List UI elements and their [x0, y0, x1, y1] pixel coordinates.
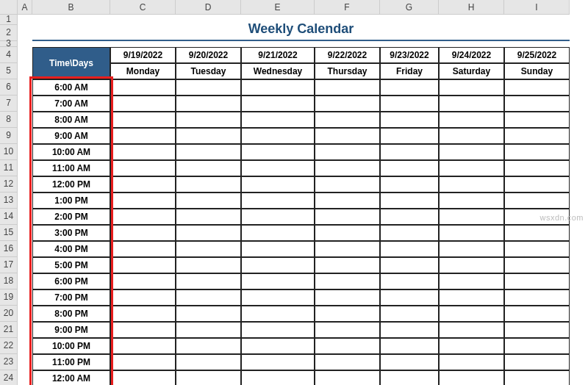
calendar-cell[interactable]: [241, 176, 315, 192]
time-label-13[interactable]: 7:00 PM: [32, 289, 110, 306]
time-label-7[interactable]: 1:00 PM: [32, 192, 110, 209]
calendar-cell[interactable]: [439, 354, 504, 370]
calendar-cell[interactable]: [504, 241, 570, 257]
col-header-C[interactable]: C: [110, 0, 176, 15]
calendar-cell[interactable]: [176, 322, 241, 338]
time-label-5[interactable]: 11:00 AM: [32, 160, 110, 176]
calendar-cell[interactable]: [380, 354, 439, 370]
calendar-cell[interactable]: [241, 257, 315, 273]
calendar-cell[interactable]: [315, 209, 380, 225]
calendar-cell[interactable]: [315, 338, 380, 354]
calendar-cell[interactable]: [110, 289, 176, 306]
calendar-cell[interactable]: [176, 96, 241, 112]
calendar-cell[interactable]: [315, 306, 380, 322]
row-header-3[interactable]: 3: [0, 41, 18, 47]
calendar-cell[interactable]: [241, 112, 315, 128]
calendar-cell[interactable]: [176, 144, 241, 160]
calendar-cell[interactable]: [176, 160, 241, 176]
calendar-cell[interactable]: [504, 96, 570, 112]
calendar-cell[interactable]: [380, 176, 439, 192]
calendar-cell[interactable]: [241, 338, 315, 354]
calendar-cell[interactable]: [110, 79, 176, 96]
calendar-cell[interactable]: [110, 144, 176, 160]
calendar-cell[interactable]: [439, 257, 504, 273]
calendar-cell[interactable]: [241, 160, 315, 176]
calendar-cell[interactable]: [315, 273, 380, 289]
calendar-cell[interactable]: [315, 370, 380, 385]
time-label-9[interactable]: 3:00 PM: [32, 225, 110, 241]
calendar-cell[interactable]: [504, 192, 570, 209]
calendar-cell[interactable]: [439, 370, 504, 385]
time-label-16[interactable]: 10:00 PM: [32, 338, 110, 354]
col-header-D[interactable]: D: [176, 0, 241, 15]
calendar-cell[interactable]: [380, 338, 439, 354]
day-header-1[interactable]: Tuesday: [176, 63, 241, 79]
day-header-6[interactable]: Sunday: [504, 63, 570, 79]
calendar-cell[interactable]: [504, 322, 570, 338]
calendar-cell[interactable]: [241, 322, 315, 338]
calendar-cell[interactable]: [504, 354, 570, 370]
calendar-cell[interactable]: [241, 192, 315, 209]
row-header-24[interactable]: 24: [0, 370, 18, 385]
calendar-cell[interactable]: [380, 112, 439, 128]
date-header-2[interactable]: 9/21/2022: [241, 47, 315, 63]
calendar-cell[interactable]: [110, 257, 176, 273]
row-header-15[interactable]: 15: [0, 225, 18, 241]
calendar-cell[interactable]: [176, 209, 241, 225]
calendar-cell[interactable]: [380, 370, 439, 385]
date-header-6[interactable]: 9/25/2022: [504, 47, 570, 63]
calendar-cell[interactable]: [176, 306, 241, 322]
calendar-cell[interactable]: [176, 225, 241, 241]
calendar-cell[interactable]: [380, 306, 439, 322]
calendar-cell[interactable]: [315, 289, 380, 306]
day-header-0[interactable]: Monday: [110, 63, 176, 79]
calendar-cell[interactable]: [380, 289, 439, 306]
row-header-10[interactable]: 10: [0, 144, 18, 160]
row-header-22[interactable]: 22: [0, 338, 18, 354]
time-label-4[interactable]: 10:00 AM: [32, 144, 110, 160]
calendar-cell[interactable]: [439, 144, 504, 160]
time-label-2[interactable]: 8:00 AM: [32, 112, 110, 128]
time-label-15[interactable]: 9:00 PM: [32, 322, 110, 338]
calendar-cell[interactable]: [315, 354, 380, 370]
calendar-cell[interactable]: [241, 128, 315, 144]
calendar-cell[interactable]: [315, 160, 380, 176]
calendar-cell[interactable]: [504, 257, 570, 273]
calendar-cell[interactable]: [439, 160, 504, 176]
row-header-21[interactable]: 21: [0, 322, 18, 338]
calendar-cell[interactable]: [380, 241, 439, 257]
calendar-cell[interactable]: [439, 241, 504, 257]
calendar-cell[interactable]: [110, 176, 176, 192]
calendar-cell[interactable]: [504, 306, 570, 322]
calendar-cell[interactable]: [439, 112, 504, 128]
calendar-cell[interactable]: [439, 176, 504, 192]
calendar-cell[interactable]: [504, 225, 570, 241]
calendar-cell[interactable]: [380, 79, 439, 96]
calendar-cell[interactable]: [241, 354, 315, 370]
calendar-cell[interactable]: [315, 144, 380, 160]
time-label-14[interactable]: 8:00 PM: [32, 306, 110, 322]
calendar-cell[interactable]: [241, 225, 315, 241]
calendar-cell[interactable]: [110, 322, 176, 338]
calendar-cell[interactable]: [315, 322, 380, 338]
calendar-cell[interactable]: [380, 160, 439, 176]
day-header-5[interactable]: Saturday: [439, 63, 504, 79]
date-header-5[interactable]: 9/24/2022: [439, 47, 504, 63]
calendar-cell[interactable]: [504, 112, 570, 128]
calendar-cell[interactable]: [504, 160, 570, 176]
calendar-cell[interactable]: [439, 79, 504, 96]
calendar-cell[interactable]: [241, 273, 315, 289]
row-header-11[interactable]: 11: [0, 160, 18, 176]
date-header-1[interactable]: 9/20/2022: [176, 47, 241, 63]
calendar-cell[interactable]: [110, 241, 176, 257]
time-label-8[interactable]: 2:00 PM: [32, 209, 110, 225]
calendar-cell[interactable]: [504, 289, 570, 306]
calendar-cell[interactable]: [110, 160, 176, 176]
calendar-cell[interactable]: [110, 273, 176, 289]
row-header-14[interactable]: 14: [0, 209, 18, 225]
calendar-cell[interactable]: [380, 128, 439, 144]
time-label-12[interactable]: 6:00 PM: [32, 273, 110, 289]
calendar-cell[interactable]: [176, 354, 241, 370]
col-header-B[interactable]: B: [32, 0, 110, 15]
calendar-cell[interactable]: [315, 96, 380, 112]
